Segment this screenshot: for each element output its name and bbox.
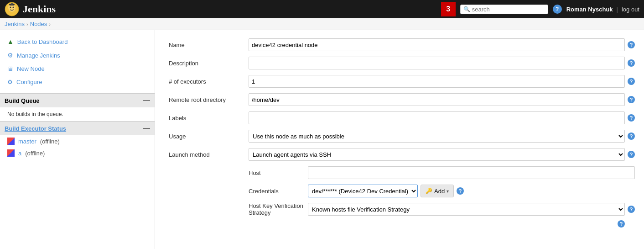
svg-rect-5 <box>11 3 13 5</box>
separator: | <box>617 6 618 13</box>
manage-label: Manage Jenkins <box>17 52 60 59</box>
svg-point-2 <box>10 7 11 8</box>
name-help-icon[interactable]: ? <box>628 41 635 48</box>
build-executor-collapse-icon[interactable]: — <box>143 124 150 132</box>
breadcrumb: Jenkins › Nodes › <box>0 18 644 30</box>
build-queue-empty: No builds in the queue. <box>0 107 155 121</box>
launch-help-icon[interactable]: ? <box>628 151 635 158</box>
configure-label: Configure <box>16 79 42 85</box>
field-credentials-sublabel: Credentials <box>249 188 308 195</box>
sidebar: ▲ Back to Dashboard ⚙ Manage Jenkins 🖥 N… <box>0 30 155 249</box>
executor-item-master: master (offline) <box>0 135 155 147</box>
executor-master-status: (offline) <box>40 138 60 145</box>
breadcrumb-jenkins[interactable]: Jenkins <box>5 21 25 27</box>
field-name-label: Name <box>169 42 249 48</box>
description-input[interactable] <box>249 57 625 69</box>
build-queue-section: Build Queue — No builds in the queue. <box>0 93 155 121</box>
field-host-row: Host <box>169 165 635 180</box>
field-labels-row: Labels ? <box>169 111 635 125</box>
logo-area: Jenkins <box>5 2 436 16</box>
field-usage-label: Usage <box>169 133 249 140</box>
executors-input[interactable] <box>249 75 625 88</box>
credentials-help-icon[interactable]: ? <box>457 187 464 195</box>
build-executor-header: Build Executor Status — <box>0 121 155 135</box>
notification-badge[interactable]: 3 <box>441 2 456 16</box>
search-icon: 🔍 <box>463 6 470 12</box>
app-title: Jenkins <box>23 3 56 15</box>
add-dropdown-arrow: ▾ <box>447 189 449 194</box>
field-usage-row: Usage Use this node as much as possible … <box>169 129 635 143</box>
bottom-help-icon[interactable]: ? <box>618 220 625 228</box>
field-executors-row: # of executors ? <box>169 74 635 89</box>
build-executor-title[interactable]: Build Executor Status <box>5 125 66 132</box>
remote-root-help-icon[interactable]: ? <box>628 96 635 103</box>
jenkins-logo-icon <box>5 2 19 16</box>
labels-input[interactable] <box>249 111 625 124</box>
launch-select[interactable]: Launch agent agents via SSH Launch agent… <box>249 148 625 161</box>
field-executors-label: # of executors <box>169 78 249 85</box>
build-queue-header: Build Queue — <box>0 93 155 107</box>
gear2-icon: ⚙ <box>7 79 13 85</box>
field-remote-root-label: Remote root directory <box>169 96 249 103</box>
field-remote-root-row: Remote root directory ? <box>169 92 635 107</box>
field-launch-label: Launch method <box>169 151 249 158</box>
sidebar-item-new-node[interactable]: 🖥 New Node <box>0 62 155 75</box>
logout-link[interactable]: log out <box>622 6 639 13</box>
sidebar-item-manage[interactable]: ⚙ Manage Jenkins <box>0 48 155 62</box>
field-host-sublabel: Host <box>249 170 308 176</box>
executor-master-name[interactable]: master <box>18 138 36 145</box>
content-area: Name ? Description ? # of executors ? Re… <box>155 30 644 249</box>
app-header: Jenkins 3 🔍 ? Roman Nyschuk | log out <box>0 0 644 18</box>
user-area: Roman Nyschuk | log out <box>566 6 639 13</box>
executor-a-name[interactable]: a <box>18 150 21 157</box>
add-credential-button[interactable]: 🔑 Add ▾ <box>421 185 454 197</box>
host-input[interactable] <box>308 166 635 179</box>
field-name-row: Name ? <box>169 37 635 52</box>
search-input[interactable] <box>472 6 545 13</box>
host-key-help-icon[interactable]: ? <box>628 206 635 213</box>
executors-help-icon[interactable]: ? <box>628 78 635 85</box>
credentials-select[interactable]: dev/****** (Device42 Dev Credential) <box>308 185 418 197</box>
add-label: Add <box>434 188 445 195</box>
executor-item-a: a (offline) <box>0 147 155 159</box>
usage-help-icon[interactable]: ? <box>628 132 635 140</box>
labels-help-icon[interactable]: ? <box>628 114 635 122</box>
key-icon: 🔑 <box>426 188 432 194</box>
up-arrow-icon: ▲ <box>7 38 14 45</box>
breadcrumb-arrow-1: › <box>26 21 28 27</box>
field-description-label: Description <box>169 60 249 67</box>
field-labels-label: Labels <box>169 115 249 122</box>
build-queue-title: Build Queue <box>5 97 40 104</box>
sidebar-item-configure[interactable]: ⚙ Configure <box>0 75 155 89</box>
main-layout: ▲ Back to Dashboard ⚙ Manage Jenkins 🖥 N… <box>0 30 644 249</box>
field-credentials-row: Credentials dev/****** (Device42 Dev Cre… <box>169 184 635 198</box>
field-description-row: Description ? <box>169 56 635 70</box>
executor-a-icon <box>7 149 15 157</box>
monitor-icon: 🖥 <box>7 65 13 72</box>
sidebar-nav: ▲ Back to Dashboard ⚙ Manage Jenkins 🖥 N… <box>0 30 155 93</box>
breadcrumb-arrow-2: › <box>49 21 51 27</box>
gear-icon: ⚙ <box>7 52 13 59</box>
new-node-label: New Node <box>17 65 45 72</box>
description-help-icon[interactable]: ? <box>628 59 635 67</box>
build-executor-section: Build Executor Status — master (offline)… <box>0 121 155 159</box>
field-host-key-sublabel: Host Key Verification Strategy <box>249 202 308 216</box>
sidebar-item-dashboard[interactable]: ▲ Back to Dashboard <box>0 35 155 48</box>
executor-master-icon <box>7 138 15 145</box>
search-box: 🔍 <box>460 5 548 14</box>
help-button[interactable]: ? <box>553 5 562 14</box>
name-input[interactable] <box>249 38 625 51</box>
svg-point-3 <box>13 7 14 8</box>
executor-a-status: (offline) <box>25 150 45 157</box>
field-host-key-row: Host Key Verification Strategy Known hos… <box>169 202 635 217</box>
dashboard-label: Back to Dashboard <box>17 38 68 45</box>
host-key-select[interactable]: Known hosts file Verification Strategy M… <box>308 203 625 216</box>
username: Roman Nyschuk <box>566 6 613 13</box>
build-queue-collapse-icon[interactable]: — <box>143 96 150 105</box>
remote-root-input[interactable] <box>249 93 625 106</box>
usage-select[interactable]: Use this node as much as possible Only b… <box>249 130 625 143</box>
breadcrumb-nodes[interactable]: Nodes <box>30 21 47 27</box>
field-launch-row: Launch method Launch agent agents via SS… <box>169 147 635 162</box>
